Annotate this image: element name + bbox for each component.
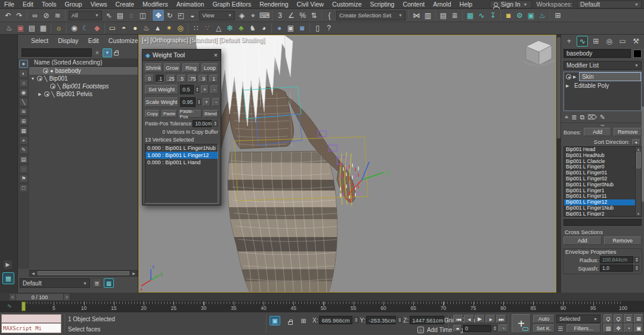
eye-icon[interactable] xyxy=(566,74,571,79)
tree-sort-header[interactable]: Name (Sorted Ascending) xyxy=(29,59,138,67)
object-name-field[interactable]: basebody xyxy=(564,49,631,58)
set-weight-spinner[interactable]: ▲▼ xyxy=(196,87,199,93)
menu-customize[interactable]: Customize xyxy=(328,0,366,9)
filters-button[interactable]: Filters... xyxy=(566,324,600,333)
tree-row[interactable]: ▶╲Bip001 Pelvis xyxy=(29,90,138,98)
x-spinner[interactable]: ▲▼ xyxy=(354,317,358,323)
key-selection-dropdown[interactable]: Selected ▼ xyxy=(556,315,600,323)
eye-icon[interactable] xyxy=(50,84,55,89)
remove-bone-button[interactable]: Remove xyxy=(614,128,642,136)
menu-animation[interactable]: Animation xyxy=(172,0,209,9)
view-cube[interactable] xyxy=(524,41,554,66)
squash-spinner[interactable]: ▲▼ xyxy=(634,265,639,271)
select-and-link-icon[interactable]: ∞ xyxy=(29,10,41,21)
window-crossing-icon[interactable]: ◫ xyxy=(137,10,148,21)
filter-shapes-icon[interactable]: ◐ xyxy=(19,69,28,78)
scroll-left-icon[interactable]: ◀ xyxy=(30,271,36,275)
sign-in-button[interactable]: Sign In ▼ xyxy=(490,1,532,8)
use-pivot-center-icon[interactable]: ◈ xyxy=(236,10,247,21)
set-key-button[interactable]: Set K. xyxy=(533,324,555,333)
select-by-name-icon[interactable]: ▤ xyxy=(114,10,126,21)
menu-scripting[interactable]: Scripting xyxy=(366,0,399,9)
weight-preset-0-button[interactable]: 0 xyxy=(145,75,154,82)
search-input[interactable] xyxy=(21,48,92,57)
tree-row[interactable]: ╲Bip001 Footsteps xyxy=(29,82,138,90)
help-icon[interactable]: ? xyxy=(323,23,335,34)
bind-to-space-warp-icon[interactable]: ≋ xyxy=(52,10,63,21)
select-and-place-icon[interactable]: ◒ xyxy=(187,10,198,21)
filter-containers-icon[interactable]: ◌ xyxy=(19,165,28,173)
filter-lights-icon[interactable]: ☼ xyxy=(19,79,28,87)
vertex-weight-row[interactable]: 1.000 : Bip001 L Finger12 xyxy=(145,152,218,159)
explorer-menu-display[interactable]: Display xyxy=(53,37,83,44)
weight-preset-75-button[interactable]: .75 xyxy=(188,75,197,82)
bone-name-field[interactable] xyxy=(564,219,642,226)
explorer-menu-edit[interactable]: Edit xyxy=(83,37,104,44)
edit-named-selection-sets-icon[interactable]: { xyxy=(324,10,335,21)
orbit-icon[interactable]: ◔ xyxy=(624,324,633,333)
select-and-rotate-icon[interactable]: ↻ xyxy=(164,10,175,21)
explorer-grid-button[interactable]: ▦ xyxy=(104,278,114,288)
scroll-down-icon[interactable]: ▼ xyxy=(637,211,640,216)
zoom-region-icon[interactable]: ▧ xyxy=(603,324,613,333)
set-keys-button[interactable]: + xyxy=(512,314,531,333)
filter-helpers-icon[interactable]: ╲ xyxy=(19,98,28,106)
maximize-viewport-icon[interactable]: ▣ xyxy=(634,324,643,333)
menu-modifiers[interactable]: Modifiers xyxy=(138,0,172,9)
paste-button[interactable]: Paste xyxy=(162,110,177,118)
select-and-scale-icon[interactable]: ◰ xyxy=(175,10,187,21)
explorer-preset-dropdown[interactable]: Default ▼ xyxy=(20,278,90,288)
explorer-menu-select[interactable]: Select xyxy=(26,37,53,44)
eye-icon[interactable] xyxy=(43,68,48,73)
eye-icon[interactable] xyxy=(37,76,42,81)
scroll-thumb[interactable] xyxy=(557,37,561,139)
select-and-move-icon[interactable]: ✥ xyxy=(153,10,164,21)
eye-icon[interactable] xyxy=(44,91,49,97)
angle-snap-icon[interactable]: ∠ xyxy=(286,10,297,21)
camera-lock-icon[interactable]: ▣ xyxy=(285,23,296,34)
tree-row[interactable]: ●basebody xyxy=(29,67,138,75)
scale-weight-field[interactable]: 0.95 xyxy=(180,97,196,107)
bone-list-item[interactable]: Bip001 L Finger2 xyxy=(564,211,635,216)
sort-direction-button[interactable]: ▲ xyxy=(632,139,640,145)
time-slider-playhead[interactable] xyxy=(21,302,26,311)
animal-icon[interactable]: ♞ xyxy=(247,23,258,34)
filter-xrefs-icon[interactable]: ▦ xyxy=(19,127,28,135)
bones-scrollbar[interactable]: ▲ ▼ xyxy=(635,147,641,216)
scroll-thumb[interactable] xyxy=(38,271,129,275)
selection-lock-icon[interactable] xyxy=(285,317,296,327)
filter-edit-icon[interactable]: ✎ xyxy=(19,146,28,154)
menu-group[interactable]: Group xyxy=(61,0,86,9)
render-setup-icon[interactable]: ⚙ xyxy=(514,10,525,21)
torus-icon[interactable]: ◎ xyxy=(175,23,186,34)
radius-field[interactable]: 100.844cm xyxy=(600,256,633,263)
redo-icon[interactable]: ↷ xyxy=(14,10,25,21)
filter-flag-icon[interactable]: ⚑ xyxy=(19,174,28,183)
snap-toggle-3d-icon[interactable]: 3 xyxy=(274,10,286,21)
dome-primitive-icon[interactable]: ◓ xyxy=(118,23,129,34)
next-frame-icon[interactable]: > xyxy=(63,293,70,301)
zoom-icon[interactable]: Ϙ xyxy=(603,314,613,323)
frame-spinner[interactable]: ▲▼ xyxy=(493,325,497,331)
toggle-scene-explorer-icon[interactable]: ▤ xyxy=(438,10,449,21)
time-slider[interactable]: ∿ 05101520253035404550556065707580859095… xyxy=(0,302,644,312)
weight-preset-5-button[interactable]: .5 xyxy=(177,75,186,82)
sphere-icon[interactable]: ● xyxy=(274,23,285,34)
panel-scrollbar[interactable] xyxy=(556,35,561,293)
weight-preset-25-button[interactable]: .25 xyxy=(166,75,175,82)
select-object-icon[interactable]: ⇖ xyxy=(103,10,114,21)
next-frame-icon[interactable]: |▶ xyxy=(485,315,496,323)
menu-graph-editors[interactable]: Graph Editors xyxy=(208,0,255,9)
set-weight-button[interactable]: Set Weight xyxy=(145,85,178,94)
menu-civil-view[interactable]: Civil View xyxy=(293,0,328,9)
radius-spinner[interactable]: ▲▼ xyxy=(634,257,639,263)
shell-icon[interactable]: ◕ xyxy=(258,23,270,34)
disc-primitive-icon[interactable]: ● xyxy=(129,23,141,34)
zoom-extents-icon[interactable]: ⊡ xyxy=(624,314,633,323)
filter-selection-sets-icon[interactable]: ⌖ xyxy=(19,136,28,145)
expander-icon[interactable]: ▶ xyxy=(566,84,570,88)
zoom-all-icon[interactable]: Ϙ xyxy=(614,314,623,323)
environment-sphere-icon[interactable]: ◙ xyxy=(296,23,308,34)
auto-key-button[interactable]: Auto xyxy=(533,315,555,323)
current-frame-field[interactable]: 0 xyxy=(463,325,491,332)
